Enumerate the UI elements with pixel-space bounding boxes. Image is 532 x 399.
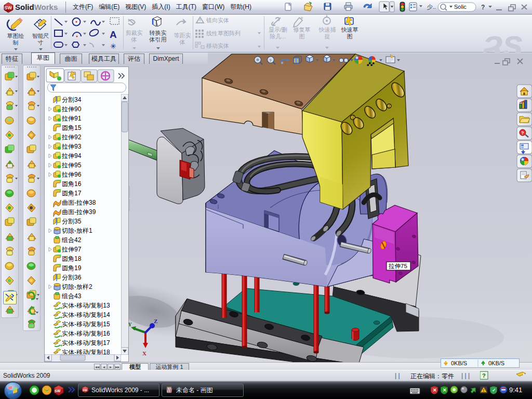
svg-text:组合42: 组合42 xyxy=(61,236,82,244)
svg-text:分割35: 分割35 xyxy=(62,218,82,225)
svg-text:线性草图阵列: 线性草图阵列 xyxy=(206,30,241,36)
svg-text:未命名 - 画图: 未命名 - 画图 xyxy=(176,387,213,394)
svg-text:SW: SW xyxy=(83,389,88,392)
svg-text:Z: Z xyxy=(154,318,157,324)
svg-text:除几...: 除几... xyxy=(270,33,286,39)
svg-text:显示/删: 显示/删 xyxy=(269,26,287,33)
svg-text:切除-放样1: 切除-放样1 xyxy=(61,227,92,234)
svg-text:体: 体 xyxy=(131,36,137,43)
svg-text:快速捕: 快速捕 xyxy=(318,26,336,33)
svg-text:曲面-拉伸39: 曲面-拉伸39 xyxy=(62,208,96,216)
svg-text:等距实: 等距实 xyxy=(174,32,191,38)
svg-text:体引用: 体引用 xyxy=(149,36,167,43)
svg-text:?: ? xyxy=(521,130,524,136)
svg-text:实体-移动/复制15: 实体-移动/复制15 xyxy=(62,321,110,328)
svg-text:快速草: 快速草 xyxy=(341,26,358,33)
svg-text:剪裁实: 剪裁实 xyxy=(126,30,143,36)
svg-text:拉伸97: 拉伸97 xyxy=(61,246,82,253)
svg-text:寸: 寸 xyxy=(37,39,44,46)
svg-text:草图绘: 草图绘 xyxy=(7,33,24,39)
svg-text:镜向实体: 镜向实体 xyxy=(206,17,229,23)
svg-text:拉伸96: 拉伸96 xyxy=(61,171,82,178)
svg-text:拉伸95: 拉伸95 xyxy=(61,162,82,169)
svg-text:分割36: 分割36 xyxy=(62,274,82,281)
svg-text:分割34: 分割34 xyxy=(62,96,82,103)
svg-text:实体-移动/复制16: 实体-移动/复制16 xyxy=(62,330,110,337)
svg-text:圆角17: 圆角17 xyxy=(62,190,82,197)
svg-text:拉伸94: 拉伸94 xyxy=(61,152,82,159)
svg-text:组合43: 组合43 xyxy=(61,292,82,300)
svg-text:实体-移动/复制14: 实体-移动/复制14 xyxy=(62,311,110,318)
svg-text:圆角19: 圆角19 xyxy=(62,264,82,272)
svg-text:SW: SW xyxy=(55,389,61,393)
svg-text:智能尺: 智能尺 xyxy=(32,33,49,39)
svg-text:图: 图 xyxy=(347,33,353,39)
svg-text:修复草: 修复草 xyxy=(294,26,311,33)
svg-text:圆角18: 圆角18 xyxy=(62,255,82,262)
svg-text:ȝs: ȝs xyxy=(481,22,523,52)
svg-text:实体-移动/复制17: 实体-移动/复制17 xyxy=(62,339,110,347)
svg-text:拉伸92: 拉伸92 xyxy=(61,134,82,141)
svg-text:圆角16: 圆角16 xyxy=(62,180,82,188)
svg-text:圆角15: 圆角15 xyxy=(62,124,82,131)
svg-text:+: + xyxy=(300,15,303,21)
svg-text:体: 体 xyxy=(179,39,185,45)
svg-text:?: ? xyxy=(482,373,486,379)
svg-text:切除-放样2: 切除-放样2 xyxy=(61,283,92,290)
svg-text:✳: ✳ xyxy=(110,42,116,50)
svg-text:X: X xyxy=(142,350,147,356)
svg-text:!: ! xyxy=(483,388,485,393)
svg-text:制: 制 xyxy=(13,39,19,46)
svg-text:✓: ✓ xyxy=(492,388,496,393)
svg-text:曲面-拉伸38: 曲面-拉伸38 xyxy=(62,199,96,206)
svg-text:拉伸90: 拉伸90 xyxy=(61,105,82,113)
svg-text:实体-移动/复制13: 实体-移动/复制13 xyxy=(62,302,110,309)
svg-text:✕: ✕ xyxy=(443,388,447,393)
svg-text:少..: 少.. xyxy=(427,4,436,10)
svg-text:Solic: Solic xyxy=(454,4,467,10)
svg-text:转换实: 转换实 xyxy=(149,30,167,36)
svg-text:✕: ✕ xyxy=(433,388,437,393)
svg-text:图: 图 xyxy=(299,33,305,39)
svg-text:0KB/S: 0KB/S xyxy=(488,360,504,366)
svg-text:拉伸75: 拉伸75 xyxy=(388,263,407,269)
svg-text:?: ? xyxy=(269,58,272,63)
svg-text:拉伸91: 拉伸91 xyxy=(61,115,82,122)
svg-text:A: A xyxy=(110,29,117,40)
svg-text:捉: 捉 xyxy=(325,33,330,39)
svg-text:SolidWorks 2009 - ...: SolidWorks 2009 - ... xyxy=(91,387,149,394)
svg-text:?: ? xyxy=(481,4,485,11)
svg-text:0KB/S: 0KB/S xyxy=(451,360,467,366)
svg-text:拉伸93: 拉伸93 xyxy=(61,143,82,150)
svg-text:移动实体: 移动实体 xyxy=(206,43,229,49)
